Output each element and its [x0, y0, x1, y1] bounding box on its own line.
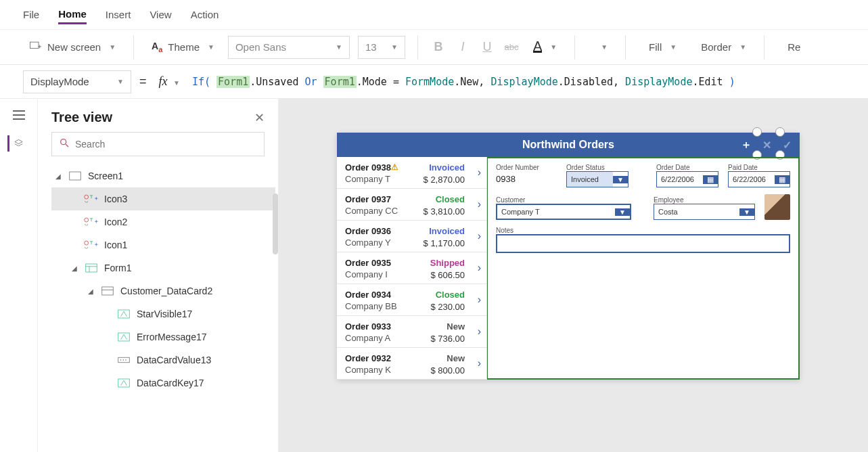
order-row[interactable]: Order 0936Company YInvoiced$ 1,170.00›: [337, 221, 486, 252]
separator: [133, 35, 134, 60]
order-amount: $ 800.00: [430, 365, 465, 376]
svg-rect-0: [30, 42, 39, 48]
tree-node-datacard[interactable]: ◢ Customer_DataCard2: [51, 279, 275, 302]
svg-rect-19: [86, 264, 97, 272]
order-date-label: Order Date: [656, 164, 718, 171]
chevron-down-icon: ▼: [173, 79, 180, 87]
label-icon: [116, 332, 131, 342]
order-row[interactable]: Order 0932Company KNew$ 800.00›: [337, 348, 486, 380]
tree-node-starvisible[interactable]: StarVisible17: [51, 302, 275, 325]
theme-button[interactable]: Aa Theme ▼: [146, 38, 220, 56]
icon-set-icon: [84, 194, 99, 204]
property-name: DisplayMode: [30, 76, 89, 87]
align-button[interactable]: ▼: [587, 39, 613, 55]
property-select[interactable]: DisplayMode ▼: [23, 70, 131, 93]
border-button[interactable]: Border ▼: [690, 39, 752, 55]
tree-search-input[interactable]: [75, 139, 257, 150]
paid-date-picker[interactable]: 6/22/2006 ▦: [728, 171, 790, 187]
chevron-down-icon: ▼: [109, 43, 116, 51]
datacard-icon: [100, 286, 115, 296]
order-amount: $ 3,810.00: [424, 206, 465, 217]
font-color-button[interactable]: A ▼: [528, 39, 562, 55]
tree-node-icon1[interactable]: Icon1: [51, 233, 275, 256]
chevron-right-icon: ›: [478, 198, 481, 210]
chevron-down-icon: ▼: [208, 43, 214, 51]
tree-node-datacardvalue[interactable]: DataCardValue13: [51, 348, 275, 371]
strikethrough-icon[interactable]: abc: [503, 39, 520, 55]
font-name: Open Sans: [235, 41, 286, 53]
menu-view[interactable]: View: [150, 6, 171, 23]
svg-line-14: [66, 144, 68, 147]
order-status: Shipped: [430, 258, 465, 268]
collapse-icon[interactable]: ◢: [87, 288, 95, 295]
hamburger-icon[interactable]: [11, 107, 27, 123]
theme-label: Theme: [168, 41, 200, 53]
design-canvas[interactable]: Northwind Orders ＋ ✕ ✓ Order 0938⚠Compan…: [279, 99, 868, 452]
order-date-picker[interactable]: 6/22/2006 ▦: [656, 171, 718, 187]
input-icon: [116, 355, 131, 365]
panel-close-icon[interactable]: ✕: [254, 110, 265, 125]
order-detail-form: Order Number 0938 Order Status Invoiced …: [487, 157, 800, 380]
employee-select[interactable]: Costa ▼: [654, 204, 755, 220]
tree-node-errormessage[interactable]: ErrorMessage17: [51, 325, 275, 348]
menu-action[interactable]: Action: [191, 6, 219, 23]
tree-node-icon3[interactable]: Icon3: [51, 187, 275, 210]
tree-view-icon[interactable]: [7, 135, 24, 152]
collapse-icon[interactable]: ◢: [70, 265, 78, 272]
check-icon[interactable]: ✓: [777, 133, 797, 157]
warning-icon: ⚠: [391, 162, 398, 172]
chevron-right-icon: ›: [478, 262, 481, 274]
notes-input[interactable]: [496, 234, 790, 253]
menu-insert[interactable]: Insert: [106, 6, 131, 23]
order-amount: $ 1,170.00: [424, 238, 465, 248]
new-screen-icon: [28, 39, 42, 55]
font-size-select[interactable]: 13 ▼: [358, 36, 405, 59]
bold-icon[interactable]: B: [430, 39, 447, 55]
svg-point-16: [85, 195, 89, 199]
chevron-down-icon: ▼: [739, 43, 746, 51]
tree-node-form[interactable]: ◢ Form1: [51, 256, 275, 279]
underline-icon[interactable]: U: [479, 39, 495, 55]
separator: [764, 35, 764, 60]
menu-file[interactable]: File: [23, 6, 39, 23]
label-icon: [116, 309, 131, 319]
order-row[interactable]: Order 0938⚠Company TInvoiced$ 2,870.00›: [337, 157, 486, 189]
tree-search[interactable]: [51, 132, 265, 156]
font-select[interactable]: Open Sans ▼: [228, 36, 350, 59]
order-row[interactable]: Order 0934Company BBClosed$ 230.00›: [337, 284, 486, 316]
chevron-down-icon: ▼: [613, 176, 628, 183]
reorder-button[interactable]: Re: [777, 39, 806, 55]
label-icon: [116, 378, 131, 388]
order-row[interactable]: Order 0933Company ANew$ 736.00›: [337, 316, 486, 348]
order-row[interactable]: Order 0937Company CCClosed$ 3,810.00›: [337, 189, 486, 221]
formula-input[interactable]: If( Form1.Unsaved Or Form1.Mode = FormMo…: [192, 76, 845, 88]
new-screen-button[interactable]: New screen ▼: [23, 37, 121, 58]
fill-label: Fill: [649, 41, 662, 53]
collapse-icon[interactable]: ◢: [54, 173, 62, 180]
fill-button[interactable]: Fill ▼: [638, 39, 682, 55]
add-icon[interactable]: ＋: [736, 133, 756, 157]
order-amount: $ 230.00: [430, 302, 465, 312]
tree-node-icon2[interactable]: Icon2: [51, 210, 275, 233]
order-status-label: Order Status: [566, 164, 629, 171]
formula-bar: DisplayMode ▼ = fx ▼ If( Form1.Unsaved O…: [0, 65, 868, 99]
tree-node-datacardkey[interactable]: DataCardKey17: [51, 371, 275, 394]
chevron-down-icon: ▼: [615, 208, 630, 216]
chevron-right-icon: ›: [478, 325, 481, 338]
chevron-down-icon: ▼: [391, 43, 398, 51]
tree-node-screen[interactable]: ◢ Screen1: [51, 164, 275, 187]
menu-home[interactable]: Home: [58, 5, 87, 24]
order-status-select[interactable]: Invoiced ▼: [566, 171, 629, 187]
customer-select[interactable]: Company T ▼: [496, 204, 631, 220]
svg-rect-15: [70, 172, 81, 180]
chevron-down-icon: ▼: [336, 43, 342, 51]
close-icon[interactable]: ✕: [756, 133, 777, 157]
scrollbar[interactable]: [273, 194, 278, 254]
tree: ◢ Screen1 Icon3 Icon2 Icon1 ◢: [38, 164, 278, 408]
fx-button[interactable]: fx ▼: [155, 74, 184, 89]
left-rail: [0, 99, 38, 452]
italic-icon[interactable]: I: [455, 39, 471, 55]
order-row[interactable]: Order 0935Company IShipped$ 606.50›: [337, 252, 486, 284]
order-amount: $ 2,870.00: [424, 175, 465, 185]
chevron-right-icon: ›: [478, 230, 481, 242]
